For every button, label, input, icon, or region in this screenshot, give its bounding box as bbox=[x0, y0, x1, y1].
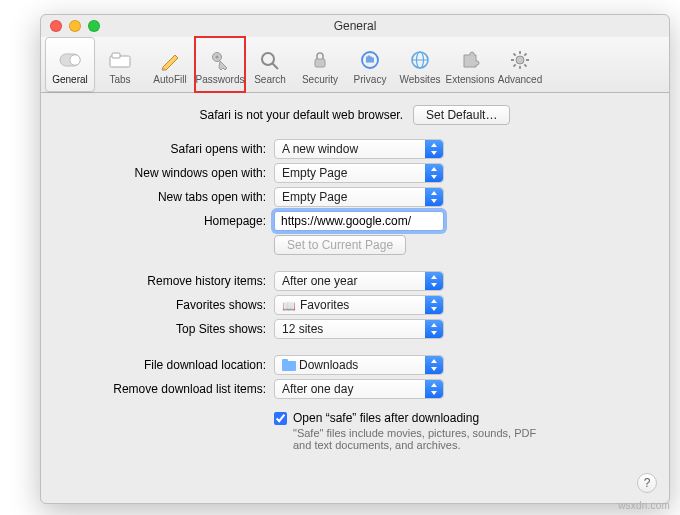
lock-icon bbox=[306, 47, 334, 73]
remove-downloads-popup[interactable]: After one day bbox=[274, 379, 444, 399]
new-windows-popup[interactable]: Empty Page bbox=[274, 163, 444, 183]
new-tabs-popup[interactable]: Empty Page bbox=[274, 187, 444, 207]
svg-rect-3 bbox=[112, 53, 120, 58]
preferences-window: General General Tabs AutoFill Passwords bbox=[40, 14, 670, 504]
chevron-updown-icon bbox=[429, 191, 439, 203]
toolbar-tab-label: AutoFill bbox=[153, 74, 186, 85]
popup-value: Empty Page bbox=[282, 190, 347, 204]
svg-point-9 bbox=[362, 52, 378, 68]
book-icon: 📖 bbox=[282, 297, 296, 315]
pencil-icon bbox=[156, 47, 184, 73]
preferences-toolbar: General Tabs AutoFill Passwords Search bbox=[41, 37, 669, 93]
open-safe-files-label: Open “safe” files after downloading bbox=[293, 411, 479, 425]
help-button[interactable]: ? bbox=[637, 473, 657, 493]
titlebar: General bbox=[41, 15, 669, 37]
svg-point-13 bbox=[516, 56, 524, 64]
top-sites-shows-label: Top Sites shows: bbox=[59, 322, 274, 336]
svg-line-20 bbox=[524, 53, 526, 55]
toolbar-tab-extensions[interactable]: Extensions bbox=[445, 37, 495, 92]
toolbar-tab-passwords[interactable]: Passwords bbox=[195, 37, 245, 92]
chevron-updown-icon bbox=[429, 359, 439, 371]
chevron-updown-icon bbox=[429, 299, 439, 311]
popup-value: After one day bbox=[282, 382, 353, 396]
favorites-shows-label: Favorites shows: bbox=[59, 298, 274, 312]
popup-value: A new window bbox=[282, 142, 358, 156]
toolbar-tab-label: Privacy bbox=[354, 74, 387, 85]
toolbar-tab-label: Search bbox=[254, 74, 286, 85]
download-location-label: File download location: bbox=[59, 358, 274, 372]
set-default-button[interactable]: Set Default… bbox=[413, 105, 510, 125]
chevron-updown-icon bbox=[429, 323, 439, 335]
toolbar-tab-search[interactable]: Search bbox=[245, 37, 295, 92]
tabs-icon bbox=[106, 47, 134, 73]
window-title: General bbox=[334, 19, 377, 33]
homepage-label: Homepage: bbox=[59, 214, 274, 228]
chevron-updown-icon bbox=[429, 167, 439, 179]
open-safe-files-checkbox[interactable] bbox=[274, 412, 287, 425]
remove-history-label: Remove history items: bbox=[59, 274, 274, 288]
svg-point-5 bbox=[216, 55, 219, 58]
search-icon bbox=[256, 47, 284, 73]
toolbar-tab-websites[interactable]: Websites bbox=[395, 37, 445, 92]
toolbar-tab-label: Extensions bbox=[446, 74, 495, 85]
popup-value: Empty Page bbox=[282, 166, 347, 180]
close-icon[interactable] bbox=[50, 20, 62, 32]
minimize-icon[interactable] bbox=[69, 20, 81, 32]
new-tabs-label: New tabs open with: bbox=[59, 190, 274, 204]
svg-line-7 bbox=[273, 63, 279, 69]
remove-downloads-label: Remove download list items: bbox=[59, 382, 274, 396]
set-to-current-page-button[interactable]: Set to Current Page bbox=[274, 235, 406, 255]
default-browser-message: Safari is not your default web browser. bbox=[200, 108, 403, 122]
popup-value: Favorites bbox=[300, 298, 349, 312]
toolbar-tab-label: Security bbox=[302, 74, 338, 85]
svg-line-19 bbox=[524, 64, 526, 66]
toolbar-tab-advanced[interactable]: Advanced bbox=[495, 37, 545, 92]
toolbar-tab-tabs[interactable]: Tabs bbox=[95, 37, 145, 92]
toolbar-tab-general[interactable]: General bbox=[45, 37, 95, 92]
favorites-shows-popup[interactable]: 📖Favorites bbox=[274, 295, 444, 315]
popup-value: Downloads bbox=[299, 358, 358, 372]
gear-icon bbox=[506, 47, 534, 73]
key-icon bbox=[206, 47, 234, 73]
watermark: wsxdn.com bbox=[618, 500, 670, 511]
opens-with-label: Safari opens with: bbox=[59, 142, 274, 156]
toolbar-tab-label: Advanced bbox=[498, 74, 542, 85]
toolbar-tab-label: General bbox=[52, 74, 88, 85]
switch-icon bbox=[56, 47, 84, 73]
chevron-updown-icon bbox=[429, 143, 439, 155]
svg-line-21 bbox=[514, 64, 516, 66]
popup-value: After one year bbox=[282, 274, 357, 288]
svg-rect-8 bbox=[315, 59, 325, 67]
remove-history-popup[interactable]: After one year bbox=[274, 271, 444, 291]
toolbar-tab-label: Tabs bbox=[109, 74, 130, 85]
svg-point-1 bbox=[70, 54, 80, 64]
svg-line-18 bbox=[514, 53, 516, 55]
default-browser-row: Safari is not your default web browser. … bbox=[59, 105, 651, 125]
new-windows-label: New windows open with: bbox=[59, 166, 274, 180]
toolbar-tab-autofill[interactable]: AutoFill bbox=[145, 37, 195, 92]
safe-files-note: "Safe" files include movies, pictures, s… bbox=[293, 427, 543, 451]
folder-icon bbox=[282, 361, 296, 371]
chevron-updown-icon bbox=[429, 383, 439, 395]
toolbar-tab-security[interactable]: Security bbox=[295, 37, 345, 92]
top-sites-shows-popup[interactable]: 12 sites bbox=[274, 319, 444, 339]
download-location-popup[interactable]: Downloads bbox=[274, 355, 444, 375]
opens-with-popup[interactable]: A new window bbox=[274, 139, 444, 159]
globe-icon bbox=[406, 47, 434, 73]
window-controls bbox=[50, 20, 100, 32]
chevron-updown-icon bbox=[429, 275, 439, 287]
homepage-input[interactable] bbox=[274, 211, 444, 231]
popup-value: 12 sites bbox=[282, 322, 323, 336]
svg-point-6 bbox=[262, 53, 274, 65]
toolbar-tab-privacy[interactable]: Privacy bbox=[345, 37, 395, 92]
puzzle-icon bbox=[456, 47, 484, 73]
toolbar-tab-label: Passwords bbox=[196, 74, 245, 85]
zoom-icon[interactable] bbox=[88, 20, 100, 32]
preferences-body: Safari is not your default web browser. … bbox=[41, 93, 669, 503]
toolbar-tab-label: Websites bbox=[400, 74, 441, 85]
hand-icon bbox=[356, 47, 384, 73]
